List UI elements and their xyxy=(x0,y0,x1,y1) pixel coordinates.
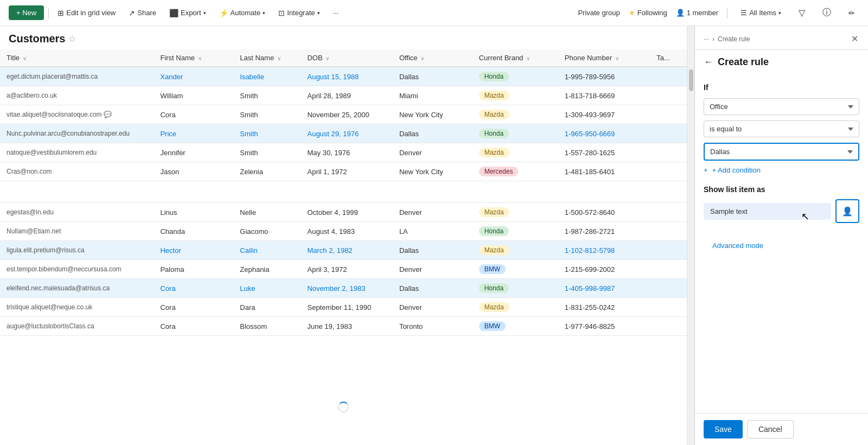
condition-field-select[interactable]: Title First Name Last Name DOB Office Cu… xyxy=(704,98,859,115)
cell-phone: 1-831-255-0242 xyxy=(558,298,650,317)
panel-back-button[interactable]: ← xyxy=(704,56,713,68)
dob-sort-icon: ∨ xyxy=(326,55,329,61)
cell-dob: May 30, 1976 xyxy=(301,143,392,162)
divider-right xyxy=(727,8,727,18)
info-icon: ⓘ xyxy=(822,7,831,18)
cell-office: Dallas xyxy=(393,124,473,143)
add-condition-button[interactable]: + + Add condition xyxy=(704,166,859,174)
cell-dob[interactable]: August 29, 1976 xyxy=(301,124,392,143)
info-button[interactable]: ⓘ xyxy=(818,5,835,21)
cell-office: LA xyxy=(393,222,473,241)
table-row[interactable]: a@aclibero.co.ukWilliamSmithApril 28, 19… xyxy=(0,86,687,105)
brand-badge: Honda xyxy=(479,129,509,138)
cell-first-name[interactable]: Cora xyxy=(154,279,233,298)
cell-phone: 1-500-572-8640 xyxy=(558,203,650,222)
table-row[interactable]: Nunc.pulvinar.arcu@conubianostraper.eduP… xyxy=(0,124,687,143)
cell-title: est.tempor.bibendum@neccursusa.com xyxy=(0,260,154,279)
export-chevron-icon: ▾ xyxy=(203,10,206,16)
cell-extra xyxy=(650,143,687,162)
add-condition-label: + Add condition xyxy=(712,166,761,174)
filter-icon: ▽ xyxy=(799,8,805,18)
more-label: ··· xyxy=(333,9,339,17)
filter-button[interactable]: ▽ xyxy=(794,5,809,20)
panel-close-button[interactable]: ✕ xyxy=(850,33,859,45)
table-container[interactable]: Title ∨ First Name ∨ Last Name ∨ DOB ∨ O… xyxy=(0,49,687,445)
person-icon: 👤 xyxy=(676,9,685,17)
sample-text-box: Sample text xyxy=(704,203,831,220)
cell-phone: 1-557-280-1625 xyxy=(558,143,650,162)
if-label: If xyxy=(704,83,859,92)
table-cell xyxy=(558,181,650,203)
cell-dob: June 19, 1983 xyxy=(301,317,392,336)
cancel-button[interactable]: Cancel xyxy=(747,420,794,438)
if-section: If Title First Name Last Name DOB Office… xyxy=(704,83,859,174)
advanced-mode-area: Advanced mode xyxy=(704,240,859,250)
show-list-row: Sample text 👤 xyxy=(704,199,859,223)
share-icon: ↗ xyxy=(129,9,135,17)
scrollbar-area[interactable] xyxy=(687,26,694,445)
table-row[interactable]: eget.dictum.placerat@mattis.caXanderIsab… xyxy=(0,67,687,86)
export-label: Export xyxy=(181,9,201,17)
cell-office: Miami xyxy=(393,86,473,105)
cell-first-name[interactable]: Xander xyxy=(154,67,233,86)
panel-header: ··· › Create rule ✕ xyxy=(695,26,868,50)
cell-brand: Mazda xyxy=(473,86,558,105)
cell-last-name: Giacomo xyxy=(233,222,301,241)
icon-selector-button[interactable]: 👤 xyxy=(835,199,859,223)
cell-office: Denver xyxy=(393,143,473,162)
edit-grid-button[interactable]: ⊞ Edit in grid view xyxy=(53,7,120,20)
table-row[interactable]: est.tempor.bibendum@neccursusa.comPaloma… xyxy=(0,260,687,279)
brand-badge: Honda xyxy=(479,72,509,81)
export-button[interactable]: ⬛ Export ▾ xyxy=(165,7,210,20)
table-row[interactable]: tristique.aliquet@neque.co.ukCoraDaraSep… xyxy=(0,298,687,317)
all-items-chevron: ▾ xyxy=(778,10,781,16)
edit-view-button[interactable]: ✏ xyxy=(844,7,859,20)
cell-brand: Honda xyxy=(473,279,558,298)
table-row[interactable]: ligula.elit.pretium@risus.caHectorCailin… xyxy=(0,241,687,260)
cell-first-name[interactable]: Price xyxy=(154,124,233,143)
all-items-button[interactable]: ☰ All Items ▾ xyxy=(736,7,786,19)
cell-phone[interactable]: 1-405-998-9987 xyxy=(558,279,650,298)
cell-phone: 1-481-185-6401 xyxy=(558,162,650,181)
scrollbar-thumb[interactable] xyxy=(689,69,693,91)
cell-first-name: Cora xyxy=(154,317,233,336)
table-row[interactable]: vitae.aliquet@sociisnatoque.com 💬CoraSmi… xyxy=(0,105,687,124)
table-row[interactable]: egestas@in.eduLinusNelleOctober 4, 1999D… xyxy=(0,203,687,222)
col-brand: Current Brand ∨ xyxy=(473,49,558,67)
cell-dob[interactable]: August 15, 1988 xyxy=(301,67,392,86)
cell-dob: April 3, 1972 xyxy=(301,260,392,279)
cell-phone: 1-995-789-5956 xyxy=(558,67,650,86)
advanced-mode-link[interactable]: Advanced mode xyxy=(704,235,772,256)
cell-last-name[interactable]: Isabelle xyxy=(233,67,301,86)
more-button[interactable]: ··· xyxy=(329,7,343,19)
save-button[interactable]: Save xyxy=(704,420,743,438)
table-row[interactable]: Cras@non.comJasonZeleniaApril 1, 1972New… xyxy=(0,162,687,181)
cell-dob[interactable]: March 2, 1982 xyxy=(301,241,392,260)
cell-dob[interactable]: November 2, 1983 xyxy=(301,279,392,298)
cell-last-name: Zephania xyxy=(233,260,301,279)
cell-phone[interactable]: 1-965-950-6669 xyxy=(558,124,650,143)
automate-button[interactable]: ⚡ Automate ▾ xyxy=(215,7,270,20)
cell-first-name[interactable]: Hector xyxy=(154,241,233,260)
table-row[interactable]: natoque@vestibulumlorem.eduJenniferSmith… xyxy=(0,143,687,162)
cell-office: New York City xyxy=(393,162,473,181)
integrate-chevron-icon: ▾ xyxy=(317,10,320,16)
new-button[interactable]: + New xyxy=(9,5,44,20)
cell-last-name[interactable]: Smith xyxy=(233,124,301,143)
operator-select[interactable]: is equal to is not equal to contains doe… xyxy=(704,120,859,137)
cell-office: Denver xyxy=(393,298,473,317)
cell-last-name[interactable]: Luke xyxy=(233,279,301,298)
table-row[interactable]: Nullam@Etiam.netChandaGiacomoAugust 4, 1… xyxy=(0,222,687,241)
value-select[interactable]: Dallas Miami New York City Denver LA Tor… xyxy=(704,143,859,161)
star-icon: ★ xyxy=(629,9,635,17)
integrate-button[interactable]: ⊡ Integrate ▾ xyxy=(274,7,324,20)
cell-office: Toronto xyxy=(393,317,473,336)
cell-phone[interactable]: 1-102-812-5798 xyxy=(558,241,650,260)
cell-last-name[interactable]: Cailin xyxy=(233,241,301,260)
cell-brand: BMW xyxy=(473,317,558,336)
table-row[interactable]: augue@luctuslobortisClass.caCoraBlossomJ… xyxy=(0,317,687,336)
table-row[interactable]: eleifend.nec.malesuada@atrisus.caCoraLuk… xyxy=(0,279,687,298)
share-button[interactable]: ↗ Share xyxy=(124,7,161,20)
favorite-icon[interactable]: ☆ xyxy=(68,34,76,44)
automate-chevron-icon: ▾ xyxy=(263,10,265,16)
